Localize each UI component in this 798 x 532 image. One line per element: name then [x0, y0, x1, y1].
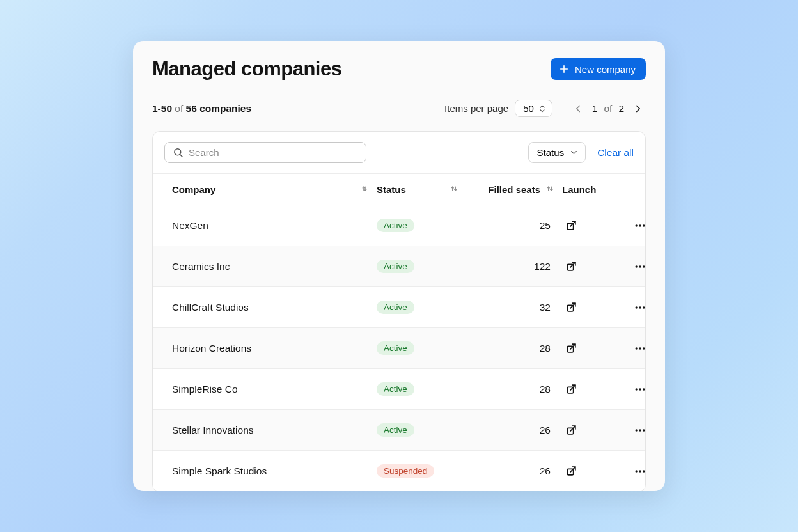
svg-line-3: [180, 155, 182, 157]
column-filled-seats[interactable]: Filled seats: [466, 184, 562, 195]
svg-point-28: [639, 388, 641, 390]
svg-point-20: [639, 306, 641, 308]
svg-point-35: [636, 470, 638, 472]
table-row: Ceramics IncActive122: [153, 246, 645, 287]
page-of: of: [604, 103, 612, 114]
cell-company: NexGen: [172, 220, 377, 231]
cell-actions: [629, 421, 646, 439]
external-link-icon: [565, 260, 577, 272]
cell-filled-seats: 122: [466, 261, 562, 272]
results-total: 56 companies: [186, 103, 252, 114]
launch-button[interactable]: [562, 421, 580, 439]
table-container: Status Clear all Company Status: [152, 131, 646, 491]
launch-button[interactable]: [562, 462, 580, 480]
search-icon: [173, 147, 184, 158]
svg-point-36: [639, 470, 641, 472]
table-row: Stellar InnovationsActive26: [153, 410, 645, 451]
row-actions-button[interactable]: [629, 299, 646, 317]
cell-launch: [562, 340, 629, 357]
svg-point-11: [636, 224, 638, 226]
cell-status: Active: [377, 219, 466, 232]
row-actions-button[interactable]: [629, 380, 646, 398]
search-input-wrap[interactable]: [164, 142, 366, 163]
svg-point-23: [636, 347, 638, 349]
items-per-page-select[interactable]: 50: [515, 100, 552, 117]
results-summary: 1-50 of 56 companies: [152, 103, 251, 114]
page-card: Managed companies New company 1-50 of 56…: [133, 41, 665, 491]
filter-row: Status Clear all: [153, 132, 645, 173]
svg-point-17: [643, 265, 645, 267]
cell-status: Active: [377, 260, 466, 273]
cell-filled-seats: 28: [466, 384, 562, 395]
cell-status: Suspended: [377, 464, 466, 478]
clear-all-button[interactable]: Clear all: [597, 147, 634, 159]
cell-launch: [562, 380, 629, 398]
svg-point-37: [643, 470, 645, 472]
sort-icon: [545, 184, 554, 195]
new-company-label: New company: [575, 64, 636, 75]
cell-company: SimpleRise Co: [172, 384, 377, 395]
status-badge: Active: [377, 219, 414, 232]
cell-filled-seats: 32: [466, 302, 562, 313]
svg-point-33: [643, 429, 645, 431]
status-badge: Active: [377, 341, 414, 355]
sort-icon: [360, 184, 369, 195]
cell-actions: [629, 340, 646, 357]
cell-actions: [629, 462, 646, 480]
svg-point-19: [636, 306, 638, 308]
status-badge: Active: [377, 260, 414, 273]
row-actions-button[interactable]: [629, 462, 646, 480]
search-input[interactable]: [189, 147, 358, 158]
svg-point-24: [639, 347, 641, 349]
column-company[interactable]: Company: [172, 184, 377, 195]
cell-actions: [629, 380, 646, 398]
cell-status: Active: [377, 301, 466, 314]
chevron-left-icon: [572, 103, 584, 114]
more-horizontal-icon: [634, 383, 646, 396]
svg-point-15: [636, 265, 638, 267]
current-page: 1: [592, 103, 598, 114]
column-status[interactable]: Status: [377, 184, 466, 195]
launch-button[interactable]: [562, 299, 580, 317]
svg-point-21: [643, 306, 645, 308]
cell-company: Simple Spark Studios: [172, 465, 377, 477]
status-badge: Suspended: [377, 464, 434, 478]
status-filter[interactable]: Status: [528, 142, 586, 163]
row-actions-button[interactable]: [629, 340, 646, 357]
launch-button[interactable]: [562, 258, 580, 276]
cell-filled-seats: 28: [466, 343, 562, 354]
svg-point-25: [643, 347, 645, 349]
more-horizontal-icon: [634, 260, 646, 273]
meta-row: 1-50 of 56 companies Items per page 50 1…: [133, 100, 665, 117]
plus-icon: [558, 63, 570, 75]
table-body: NexGenActive25Ceramics IncActive122Chill…: [153, 205, 645, 491]
external-link-icon: [565, 342, 577, 354]
next-page-button[interactable]: [630, 101, 646, 116]
cell-launch: [562, 217, 629, 235]
svg-point-29: [643, 388, 645, 390]
launch-button[interactable]: [562, 380, 580, 398]
header-row: Managed companies New company: [133, 58, 665, 81]
column-launch: Launch: [562, 184, 629, 195]
row-actions-button[interactable]: [629, 217, 646, 235]
row-actions-button[interactable]: [629, 258, 646, 276]
table-row: Horizon CreationsActive28: [153, 328, 645, 369]
row-actions-button[interactable]: [629, 421, 646, 439]
launch-button[interactable]: [562, 217, 580, 235]
table-header: Company Status Filled seats Launch: [153, 173, 645, 205]
external-link-icon: [565, 465, 577, 477]
new-company-button[interactable]: New company: [551, 58, 646, 80]
more-horizontal-icon: [634, 424, 646, 437]
svg-point-13: [643, 224, 645, 226]
svg-point-16: [639, 265, 641, 267]
launch-button[interactable]: [562, 340, 580, 357]
status-badge: Active: [377, 423, 414, 437]
more-horizontal-icon: [634, 342, 646, 355]
cell-company: Horizon Creations: [172, 343, 377, 354]
cell-filled-seats: 25: [466, 220, 562, 231]
prev-page-button[interactable]: [570, 101, 586, 116]
page-title: Managed companies: [152, 58, 341, 81]
table-row: ChillCraft StudiosActive32: [153, 287, 645, 328]
more-horizontal-icon: [634, 465, 646, 478]
cell-status: Active: [377, 341, 466, 355]
